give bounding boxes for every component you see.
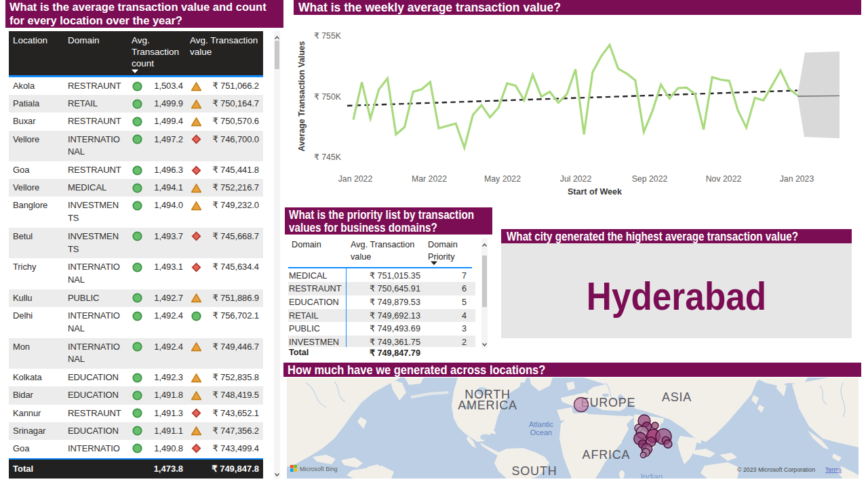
svg-text:₹ 745K: ₹ 745K bbox=[314, 152, 342, 162]
svg-text:© 2023 Microsoft Corporation: © 2023 Microsoft Corporation bbox=[737, 466, 815, 473]
svg-text:Microsoft Bing: Microsoft Bing bbox=[300, 466, 338, 472]
svg-text:AFRICA: AFRICA bbox=[583, 448, 631, 462]
svg-text:Atlantic: Atlantic bbox=[529, 420, 554, 428]
svg-text:Ocean: Ocean bbox=[530, 428, 552, 436]
svg-text:EUROPE: EUROPE bbox=[581, 396, 636, 409]
svg-text:Mar 2022: Mar 2022 bbox=[412, 174, 447, 184]
svg-text:SOUTH: SOUTH bbox=[512, 464, 557, 478]
svg-text:Average Transaction Values: Average Transaction Values bbox=[297, 41, 307, 151]
svg-text:Indian: Indian bbox=[641, 472, 663, 479]
svg-text:AMERICA: AMERICA bbox=[458, 399, 517, 412]
svg-text:ASIA: ASIA bbox=[662, 390, 692, 404]
svg-text:₹ 750K: ₹ 750K bbox=[314, 92, 342, 102]
svg-text:Jan 2022: Jan 2022 bbox=[338, 174, 373, 184]
svg-text:Sep 2022: Sep 2022 bbox=[632, 174, 668, 184]
svg-text:Start of Week: Start of Week bbox=[568, 187, 623, 197]
svg-text:May 2022: May 2022 bbox=[484, 174, 521, 184]
svg-text:Jan 2023: Jan 2023 bbox=[780, 174, 814, 184]
svg-text:Terms: Terms bbox=[825, 466, 842, 473]
svg-text:₹ 755K: ₹ 755K bbox=[314, 31, 342, 41]
svg-text:Nov 2022: Nov 2022 bbox=[706, 174, 742, 184]
svg-text:Jul 2022: Jul 2022 bbox=[560, 174, 592, 184]
